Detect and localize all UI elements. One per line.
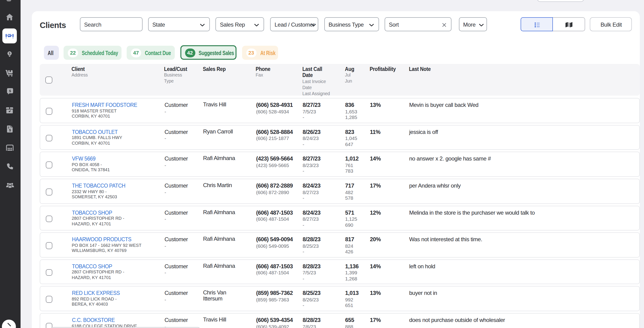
svg-text:$: $ [9,128,11,132]
svg-text:$: $ [9,89,11,93]
svg-text:$: $ [9,52,10,55]
